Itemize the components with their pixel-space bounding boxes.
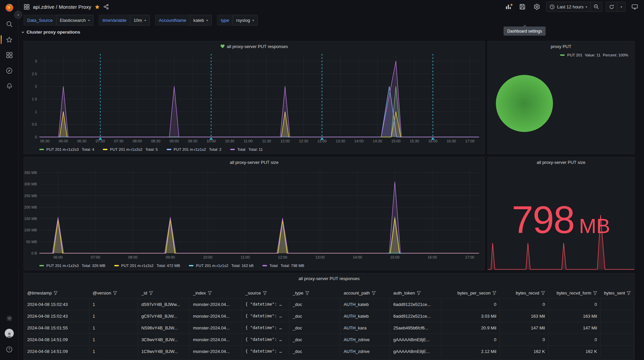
legend-item[interactable]: PUT 201 m-r1z1s2Total: 2	[167, 147, 221, 151]
pie-legend-item[interactable]: PUT 201Value: 11Percent: 100%	[560, 53, 628, 57]
column-header-account_path[interactable]: account_path	[340, 287, 390, 298]
legend-series-name: PUT 201 m-r1z1s2	[196, 264, 228, 268]
legend-item[interactable]: PUT 201 m-r1z2s2Total: 472 MB	[114, 264, 180, 268]
refresh-interval-dropdown[interactable]: ▾	[617, 2, 625, 11]
table-cell	[601, 346, 634, 357]
table-cell: 147 Mil	[500, 322, 549, 333]
table-cell	[601, 334, 634, 345]
filter-funnel-icon[interactable]	[492, 291, 497, 295]
legend-swatch	[39, 265, 44, 266]
alerting-nav-icon[interactable]	[0, 80, 18, 92]
table-cell: gC97vY4B_BJW...	[138, 310, 190, 322]
legend-series-total: Total: 2	[209, 147, 221, 151]
column-header-label: _source	[245, 290, 261, 296]
legend-series-name: PUT 201 m-r1z2s3	[46, 147, 79, 151]
server-admin-gear-icon[interactable]	[0, 313, 18, 324]
table-cell: { "datetime": …	[242, 299, 289, 310]
variable-value-dropdown[interactable]: Elasticsearch▾	[56, 15, 93, 26]
filter-funnel-icon[interactable]	[53, 291, 58, 295]
variable-value-dropdown[interactable]: rsyslog▾	[232, 15, 258, 26]
legend-swatch	[114, 265, 119, 266]
svg-text:13:30: 13:30	[336, 139, 345, 143]
legend-item[interactable]: PUT 201 m-r1z2s3Total: 4	[39, 147, 94, 151]
favorite-star-icon[interactable]	[94, 4, 100, 10]
filter-funnel-icon[interactable]	[372, 291, 376, 295]
svg-text:0 B: 0 B	[31, 251, 37, 255]
filter-funnel-icon[interactable]	[627, 291, 631, 295]
svg-text:14:00: 14:00	[354, 139, 364, 143]
column-header-bytes_sent[interactable]: bytes_sent	[601, 287, 634, 298]
filter-funnel-icon[interactable]	[541, 291, 545, 295]
share-icon[interactable]	[103, 4, 109, 9]
user-avatar[interactable]	[0, 327, 18, 339]
legend-item[interactable]: TotalTotal: 798 MB	[262, 264, 304, 268]
svg-text:2: 2	[35, 84, 37, 88]
table-cell: 1	[89, 310, 138, 322]
filter-funnel-icon[interactable]	[417, 291, 421, 295]
panel-title[interactable]: proxy PUT	[488, 41, 634, 51]
refresh-button[interactable]	[606, 2, 617, 11]
svg-text:16:30: 16:30	[447, 139, 456, 143]
time-range-button[interactable]: Last 12 hours ▾	[547, 2, 590, 11]
search-icon[interactable]	[0, 18, 18, 30]
column-header-@version[interactable]: @version	[89, 287, 138, 298]
save-dashboard-icon[interactable]	[519, 4, 525, 10]
variable-label: timeVariable	[99, 15, 130, 26]
svg-text:13:00: 13:00	[315, 255, 325, 259]
column-header-_index[interactable]: _index	[189, 287, 242, 298]
legend-item[interactable]: PUT 201 m-r1z1s2Total: 162 kB	[189, 264, 254, 268]
column-header-bytes_recvd_form[interactable]: bytes_recvd_form	[549, 287, 601, 298]
panel-title[interactable]: all proxy-server PUT responses	[24, 41, 484, 51]
explore-nav-icon[interactable]	[0, 65, 18, 76]
column-header-_type[interactable]: _type	[289, 287, 340, 298]
filter-funnel-icon[interactable]	[263, 291, 267, 295]
filter-funnel-icon[interactable]	[113, 291, 117, 295]
starred-nav-icon[interactable]	[0, 34, 18, 45]
table-cell: monster-2024.04...	[189, 346, 242, 357]
sidebar: ?	[0, 0, 18, 360]
legend-series-total: Total: 4	[82, 147, 94, 151]
row-toggle[interactable]: Cluster proxy operations	[21, 30, 80, 35]
filter-funnel-icon[interactable]	[305, 291, 309, 295]
panel-put-responses-table: all proxy-server PUT responses @timestam…	[24, 273, 635, 360]
variable-timeVariable: timeVariable10m▾	[99, 15, 150, 26]
add-panel-icon[interactable]	[505, 3, 513, 10]
svg-text:150 MB: 150 MB	[24, 217, 37, 221]
put-responses-plot[interactable]: 05:3006:0006:3007:0007:3008:0008:3009:00…	[24, 51, 484, 145]
help-icon[interactable]: ?	[0, 344, 18, 355]
variable-value-dropdown[interactable]: 10m▾	[130, 15, 150, 26]
legend-item[interactable]: PUT 201 m-r1z2s3Total: 326 MB	[39, 264, 105, 268]
filter-funnel-icon[interactable]	[593, 291, 597, 295]
panel-title[interactable]: all proxy-server PUT responses	[24, 273, 634, 283]
column-header-bytes_per_secon[interactable]: bytes_per_secon	[441, 287, 500, 298]
legend-item[interactable]: TotalTotal: 11	[230, 147, 263, 151]
sidebar-expand-button[interactable]: ›	[14, 11, 22, 19]
put-size-plot[interactable]: 06:0007:0008:0009:0010:0011:0012:0013:00…	[24, 167, 484, 261]
filter-funnel-icon[interactable]	[208, 291, 212, 295]
dashboard-settings-gear-icon[interactable]	[533, 3, 540, 10]
column-header-@timestamp[interactable]: @timestamp	[24, 287, 89, 298]
table-cell: 1	[89, 334, 138, 345]
kiosk-tv-icon[interactable]	[632, 4, 638, 10]
panel-title[interactable]: all proxy-server PUT size	[24, 157, 484, 167]
variable-value-dropdown[interactable]: kateb▾	[190, 15, 212, 26]
column-header-label: bytes_recvd	[516, 290, 539, 296]
table-cell: 2024-04-08 14:51:09	[24, 346, 89, 357]
table-cell: _doc	[289, 334, 340, 345]
pie-slice-put-201[interactable]	[496, 75, 553, 132]
svg-text:350 MB: 350 MB	[24, 171, 37, 175]
zoom-out-button[interactable]	[590, 2, 602, 11]
legend-swatch	[189, 265, 194, 266]
column-header-bytes_recvd[interactable]: bytes_recvd	[500, 287, 549, 298]
legend-item[interactable]: PUT 201 m-r1z2s2Total: 5	[103, 147, 158, 151]
svg-text:15:00: 15:00	[390, 255, 400, 259]
dashboards-nav-icon[interactable]	[0, 49, 18, 61]
breadcrumb[interactable]: api.zdrive / Monster Proxy	[24, 4, 109, 10]
column-header-auth_token[interactable]: auth_token	[390, 287, 441, 298]
filter-funnel-icon[interactable]	[149, 291, 153, 295]
legend-series-name: PUT 201 m-r1z2s2	[121, 264, 154, 268]
column-header-_id[interactable]: _id	[138, 287, 190, 298]
panel-title[interactable]: all proxy-server PUT size	[488, 157, 634, 167]
column-header-_source[interactable]: _source	[242, 287, 289, 298]
svg-text:100 MB: 100 MB	[24, 228, 37, 232]
